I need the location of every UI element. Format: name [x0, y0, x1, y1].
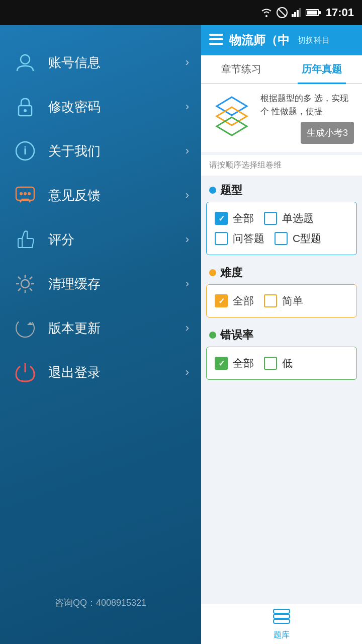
section-title-difficulty: 难度: [220, 265, 242, 280]
svg-text:i: i: [24, 144, 27, 157]
signal-icon: [292, 8, 302, 17]
checkbox-group-difficulty: ✓ 全部 简单: [206, 284, 357, 317]
section-dot-green: [209, 332, 216, 339]
sidebar-item-logout[interactable]: 退出登录 ›: [0, 350, 201, 394]
gear-icon: [12, 271, 38, 297]
tab-past-exams[interactable]: 历年真题: [282, 55, 362, 83]
checkbox-label: 问答题: [233, 231, 264, 246]
sidebar-item-label: 修改密码: [48, 98, 186, 116]
sidebar-item-label: 评分: [48, 231, 186, 249]
menu-icon[interactable]: [209, 33, 223, 48]
refresh-icon: [12, 315, 38, 341]
sidebar-item-label: 退出登录: [48, 364, 186, 381]
arrow-icon: ›: [186, 277, 189, 290]
lock-icon: [12, 94, 38, 120]
sidebar-item-account[interactable]: 账号信息 ›: [0, 40, 201, 85]
svg-point-16: [24, 192, 27, 195]
power-icon: [12, 359, 38, 385]
checkbox-low-error[interactable]: [264, 357, 277, 370]
battery-icon: [306, 9, 321, 17]
arrow-icon: ›: [186, 100, 189, 113]
checkbox-qa[interactable]: [215, 232, 228, 245]
sidebar-item-label: 账号信息: [48, 54, 186, 71]
checkbox-label: 全部: [233, 356, 254, 370]
svg-marker-26: [217, 107, 247, 125]
checkbox-label: 简单: [282, 294, 303, 308]
sidebar-item-cache[interactable]: 清理缓存 ›: [0, 262, 201, 306]
svg-rect-2: [292, 14, 294, 17]
svg-rect-30: [274, 619, 290, 623]
database-icon: [273, 608, 291, 628]
sidebar-item-about[interactable]: i 关于我们 ›: [0, 129, 201, 173]
svg-rect-24: [209, 43, 223, 45]
block-icon: [277, 7, 288, 18]
svg-point-20: [16, 319, 34, 337]
toolbar-label: 题库: [274, 630, 290, 640]
svg-point-11: [24, 109, 27, 112]
generate-button[interactable]: 生成小考3: [301, 122, 354, 144]
panel-subtitle[interactable]: 切换科目: [298, 35, 330, 46]
sidebar-item-label: 版本更新: [48, 319, 186, 337]
checkbox-group-question-type: ✓ 全部 单选题 问答题 C型题: [206, 202, 357, 255]
checkbox-label: 全部: [233, 211, 254, 225]
sidebar-item-label: 清理缓存: [48, 275, 186, 293]
checkbox-single-choice[interactable]: [264, 212, 277, 225]
info-icon: i: [12, 138, 38, 164]
contact-info: 咨询QQ：4008915321: [0, 592, 201, 614]
svg-point-17: [28, 192, 31, 195]
checkbox-group-error-rate: ✓ 全部 低: [206, 347, 357, 380]
status-icons: [260, 7, 321, 18]
arrow-icon: ›: [186, 366, 189, 379]
section-dot-blue: [209, 187, 216, 194]
svg-marker-27: [217, 117, 247, 135]
toolbar-item-database[interactable]: 题库: [262, 608, 301, 640]
section-dot-orange: [209, 269, 216, 276]
checkbox-all-error[interactable]: ✓: [215, 357, 228, 370]
checkbox-c-type[interactable]: [275, 232, 288, 245]
checkbox-row: ✓ 全部 单选题: [215, 208, 348, 228]
checkbox-row: ✓ 全部 简单: [215, 291, 348, 311]
status-bar: 17:01: [0, 0, 362, 25]
checkbox-easy[interactable]: [264, 294, 277, 307]
tab-chapter-practice[interactable]: 章节练习: [201, 55, 282, 83]
svg-rect-8: [307, 11, 317, 15]
sidebar-item-update[interactable]: 版本更新 ›: [0, 306, 201, 350]
section-title-question-type: 题型: [220, 183, 242, 198]
checkbox-label: C型题: [293, 231, 321, 246]
section-question-type: 题型: [201, 178, 362, 202]
arrow-icon: ›: [186, 189, 189, 202]
sidebar-item-feedback[interactable]: 意见反馈 ›: [0, 173, 201, 217]
svg-point-9: [21, 55, 30, 64]
checkbox-label: 低: [282, 356, 293, 370]
svg-rect-18: [18, 238, 22, 248]
sidebar-item-password[interactable]: 修改密码 ›: [0, 85, 201, 129]
checkbox-row: 问答题 C型题: [215, 228, 348, 249]
arrow-icon: ›: [186, 56, 189, 69]
svg-rect-23: [209, 38, 223, 40]
svg-marker-25: [217, 97, 247, 115]
svg-point-19: [21, 280, 29, 288]
panel-tabs: 章节练习 历年真题: [201, 55, 362, 84]
svg-rect-5: [299, 8, 301, 17]
svg-rect-22: [209, 34, 223, 36]
arrow-icon: ›: [186, 233, 189, 246]
panel-title: 物流师（中: [229, 32, 290, 48]
sidebar-item-rating[interactable]: 评分 ›: [0, 217, 201, 262]
svg-rect-28: [274, 609, 290, 613]
svg-rect-3: [294, 12, 296, 17]
section-error-rate: 错误率: [201, 323, 362, 347]
arrow-icon: ›: [186, 144, 189, 157]
svg-line-1: [278, 9, 286, 17]
svg-rect-7: [319, 11, 321, 14]
hint-text: 请按顺序选择组卷维: [201, 155, 362, 176]
svg-rect-4: [297, 10, 299, 17]
right-panel: 物流师（中 切换科目 章节练习 历年真题 根据题型的多 选，实现个 性做题，使提…: [201, 25, 362, 644]
banner-area: 根据题型的多 选，实现个 性做题，使提 生成小考3: [201, 84, 362, 152]
sidebar-item-label: 关于我们: [48, 142, 186, 160]
checkbox-all-difficulty[interactable]: ✓: [215, 294, 228, 307]
svg-rect-29: [274, 614, 290, 618]
arrow-icon: ›: [186, 321, 189, 335]
svg-point-15: [20, 192, 23, 195]
person-icon: [12, 49, 38, 75]
checkbox-all-question[interactable]: ✓: [215, 212, 228, 225]
